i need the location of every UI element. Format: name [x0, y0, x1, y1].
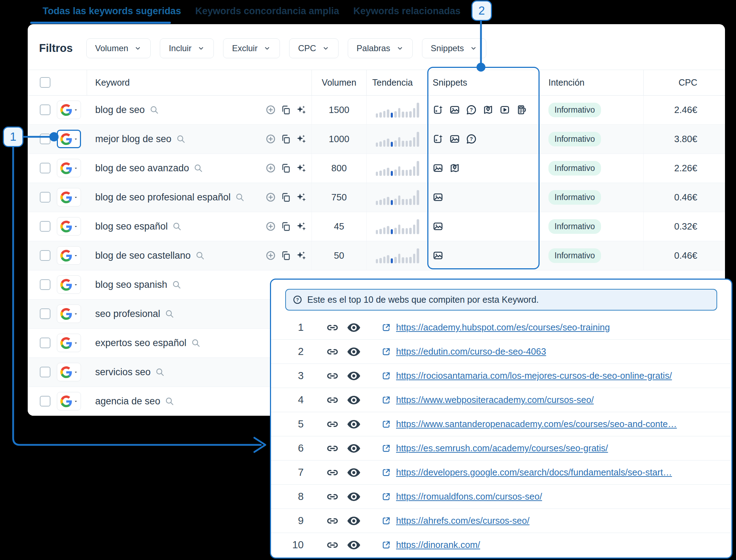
eye-icon[interactable] — [346, 368, 361, 383]
row-checkbox[interactable] — [40, 308, 50, 319]
external-icon[interactable] — [381, 540, 391, 550]
sparkles-icon[interactable] — [296, 192, 307, 203]
row-checkbox[interactable] — [40, 192, 50, 203]
eye-icon[interactable] — [346, 513, 361, 528]
search-icon[interactable] — [165, 309, 174, 318]
google-serp-dropdown[interactable] — [57, 305, 81, 323]
add-icon[interactable] — [265, 104, 276, 115]
google-serp-dropdown[interactable] — [57, 246, 81, 265]
tab-keywords-concordancia-amplia[interactable]: Keywords concordancia amplia — [195, 6, 339, 17]
eye-icon[interactable] — [346, 465, 361, 480]
filter-dropdown-cpc[interactable]: CPC — [289, 38, 339, 58]
filter-dropdown-incluir[interactable]: Incluir — [160, 38, 214, 58]
select-all-checkbox[interactable] — [40, 77, 50, 88]
external-icon[interactable] — [381, 468, 391, 478]
copy-icon[interactable] — [281, 134, 291, 144]
chain-icon[interactable] — [326, 369, 339, 383]
filter-dropdown-excluir[interactable]: Excluir — [223, 38, 280, 58]
google-serp-dropdown[interactable] — [57, 188, 81, 206]
copy-icon[interactable] — [281, 192, 291, 203]
filter-dropdown-palabras[interactable]: Palabras — [348, 38, 413, 58]
row-checkbox[interactable] — [40, 163, 50, 173]
search-icon[interactable] — [235, 193, 244, 202]
search-icon[interactable] — [155, 367, 164, 377]
row-checkbox[interactable] — [40, 134, 50, 144]
filter-dropdown-volumen[interactable]: Volumen — [86, 38, 151, 58]
eye-icon[interactable] — [346, 441, 361, 456]
google-serp-dropdown[interactable] — [57, 217, 81, 236]
external-icon[interactable] — [381, 371, 391, 381]
row-checkbox[interactable] — [40, 279, 50, 290]
external-icon[interactable] — [381, 419, 391, 429]
external-icon[interactable] — [381, 443, 391, 453]
eye-icon[interactable] — [346, 417, 361, 432]
external-icon[interactable] — [381, 323, 391, 333]
tab-keywords-relacionadas[interactable]: Keywords relacionadas — [353, 6, 461, 17]
eye-icon[interactable] — [346, 393, 361, 408]
google-serp-dropdown[interactable] — [57, 363, 81, 381]
chain-icon[interactable] — [326, 466, 339, 479]
copy-icon[interactable] — [281, 105, 291, 115]
eye-icon[interactable] — [346, 320, 361, 335]
add-icon[interactable] — [265, 192, 276, 203]
serp-url-link[interactable]: https://romualdfons.com/cursos-seo/ — [396, 491, 542, 502]
sparkles-icon[interactable] — [296, 104, 307, 115]
chain-icon[interactable] — [326, 418, 339, 431]
search-icon[interactable] — [176, 134, 185, 144]
external-icon[interactable] — [381, 347, 391, 357]
chain-icon[interactable] — [326, 393, 339, 407]
copy-icon[interactable] — [281, 163, 291, 173]
search-icon[interactable] — [195, 251, 205, 260]
search-icon[interactable] — [172, 280, 181, 289]
sparkles-icon[interactable] — [296, 134, 307, 145]
google-serp-dropdown[interactable] — [57, 334, 81, 352]
serp-url-link[interactable]: https://ahrefs.com/es/cursos-seo/ — [396, 516, 530, 526]
add-icon[interactable] — [265, 134, 276, 144]
filter-dropdown-snippets[interactable]: Snippets — [422, 38, 486, 58]
google-serp-dropdown[interactable] — [57, 392, 81, 410]
search-icon[interactable] — [150, 105, 159, 114]
chain-icon[interactable] — [326, 345, 339, 359]
google-serp-dropdown[interactable] — [57, 275, 81, 294]
external-icon[interactable] — [381, 492, 391, 502]
sparkles-icon[interactable] — [296, 221, 307, 232]
row-checkbox[interactable] — [40, 221, 50, 232]
eye-icon[interactable] — [346, 538, 361, 553]
add-icon[interactable] — [265, 250, 276, 261]
add-icon[interactable] — [265, 163, 276, 173]
serp-url-link[interactable]: https://developers.google.com/search/doc… — [396, 467, 672, 478]
external-icon[interactable] — [381, 516, 391, 526]
row-checkbox[interactable] — [40, 104, 50, 115]
row-checkbox[interactable] — [40, 338, 50, 348]
serp-url-link[interactable]: https://rociosantamaria.com/los-mejores-… — [396, 371, 672, 381]
eye-icon[interactable] — [346, 489, 361, 504]
google-serp-dropdown[interactable] — [57, 159, 81, 177]
serp-url-link[interactable]: https://www.santanderopenacademy.com/es/… — [396, 419, 677, 429]
search-icon[interactable] — [194, 163, 203, 173]
add-icon[interactable] — [265, 221, 276, 232]
copy-icon[interactable] — [281, 221, 291, 232]
row-checkbox[interactable] — [40, 250, 50, 261]
tab-todas-las-keywords-sugeridas[interactable]: Todas las keywords sugeridas — [43, 6, 181, 17]
google-serp-dropdown[interactable] — [57, 101, 81, 119]
row-checkbox[interactable] — [40, 367, 50, 377]
serp-url-link[interactable]: https://es.semrush.com/academy/courses/s… — [396, 443, 608, 453]
chain-icon[interactable] — [326, 514, 339, 528]
sparkles-icon[interactable] — [296, 250, 307, 261]
serp-url-link[interactable]: https://academy.hubspot.com/es/courses/s… — [396, 322, 610, 333]
search-icon[interactable] — [172, 222, 182, 231]
external-icon[interactable] — [381, 395, 391, 405]
serp-url-link[interactable]: https://www.webpositeracademy.com/cursos… — [396, 395, 594, 405]
sparkles-icon[interactable] — [296, 163, 307, 174]
copy-icon[interactable] — [281, 251, 291, 261]
eye-icon[interactable] — [346, 344, 361, 359]
search-icon[interactable] — [191, 338, 200, 348]
serp-url-link[interactable]: https://edutin.com/curso-de-seo-4063 — [396, 346, 546, 357]
chain-icon[interactable] — [326, 538, 339, 552]
google-serp-dropdown[interactable] — [57, 130, 81, 148]
serp-url-link[interactable]: https://dinorank.com/ — [396, 540, 480, 550]
row-checkbox[interactable] — [40, 396, 50, 406]
chain-icon[interactable] — [326, 442, 339, 455]
chain-icon[interactable] — [326, 321, 339, 334]
chain-icon[interactable] — [326, 490, 339, 504]
